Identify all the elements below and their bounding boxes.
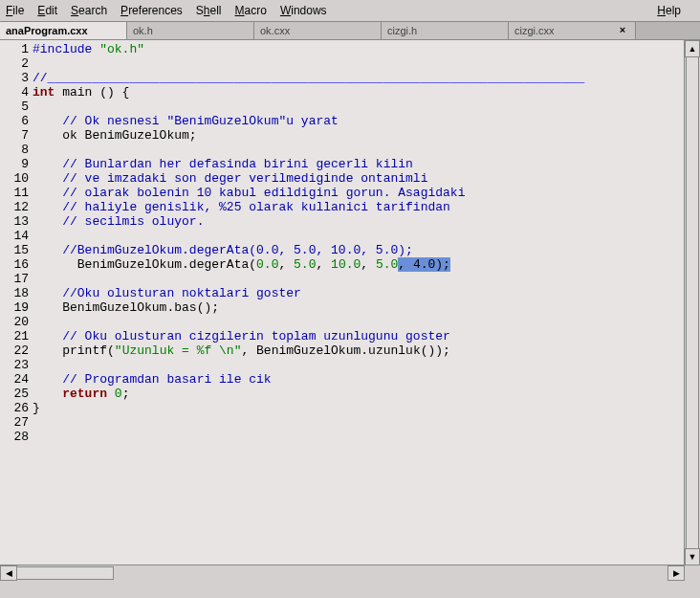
line-number: 10: [0, 171, 33, 186]
tab-anaprogram[interactable]: anaProgram.cxx: [0, 22, 127, 39]
text-selection: , 4.0);: [398, 257, 450, 272]
editor-area: 1234567891011121314151617181920212223242…: [0, 40, 700, 581]
line-number: 24: [0, 372, 33, 387]
tab-bar: anaProgram.cxx ok.h ok.cxx cizgi.h cizgi…: [0, 22, 700, 40]
line-number: 26: [0, 401, 33, 415]
tab-cizgi-cxx[interactable]: cizgi.cxx ×: [509, 22, 636, 39]
line-number: 25: [0, 387, 33, 401]
menu-macro[interactable]: Macro: [235, 4, 267, 17]
line-number: 11: [0, 186, 33, 200]
tab-ok-cxx[interactable]: ok.cxx: [254, 22, 382, 39]
line-number: 23: [0, 358, 33, 372]
code-content[interactable]: #include "ok.h" //______________________…: [33, 40, 685, 565]
line-number: 7: [0, 128, 33, 143]
vscroll-thumb[interactable]: [686, 56, 699, 551]
vscroll-track[interactable]: [685, 56, 700, 549]
menu-file[interactable]: File: [6, 4, 24, 17]
menu-edit[interactable]: Edit: [37, 4, 57, 17]
menu-shell[interactable]: Shell: [196, 4, 222, 17]
line-number: 6: [0, 114, 33, 128]
line-number: 8: [0, 143, 33, 157]
line-number: 12: [0, 200, 33, 214]
close-icon[interactable]: ×: [616, 24, 629, 37]
line-number: 9: [0, 157, 33, 171]
line-number: 3: [0, 71, 33, 85]
line-number: 18: [0, 286, 33, 300]
hscroll-thumb[interactable]: [16, 566, 114, 580]
line-number: 1: [0, 42, 33, 56]
line-number: 15: [0, 243, 33, 257]
line-number: 17: [0, 272, 33, 286]
line-number: 22: [0, 343, 33, 358]
tab-cizgi-h[interactable]: cizgi.h: [382, 22, 509, 39]
line-number: 19: [0, 300, 33, 315]
menu-search[interactable]: Search: [71, 4, 107, 17]
line-number: 5: [0, 100, 33, 114]
line-number: 4: [0, 85, 33, 100]
tab-ok-h[interactable]: ok.h: [127, 22, 254, 39]
scroll-down-icon[interactable]: ▼: [685, 548, 700, 565]
horizontal-scrollbar[interactable]: ◀ ▶: [0, 565, 685, 581]
menu-bar: File Edit Search Preferences Shell Macro…: [0, 0, 700, 22]
line-number: 21: [0, 329, 33, 343]
line-number: 2: [0, 56, 33, 71]
scroll-up-icon[interactable]: ▲: [685, 40, 700, 57]
scroll-corner: [684, 565, 700, 581]
code-editor[interactable]: 1234567891011121314151617181920212223242…: [0, 40, 685, 565]
menu-preferences[interactable]: Preferences: [120, 4, 183, 17]
line-number: 13: [0, 214, 33, 229]
line-gutter: 1234567891011121314151617181920212223242…: [0, 40, 33, 565]
menu-windows[interactable]: Windows: [280, 4, 327, 17]
line-number: 14: [0, 229, 33, 243]
menu-help[interactable]: Help: [657, 4, 681, 17]
vertical-scrollbar[interactable]: ▲ ▼: [684, 40, 700, 565]
scroll-left-icon[interactable]: ◀: [0, 565, 17, 581]
line-number: 27: [0, 415, 33, 430]
line-number: 20: [0, 315, 33, 329]
line-number: 16: [0, 257, 33, 272]
scroll-right-icon[interactable]: ▶: [667, 565, 685, 581]
line-number: 28: [0, 430, 33, 444]
